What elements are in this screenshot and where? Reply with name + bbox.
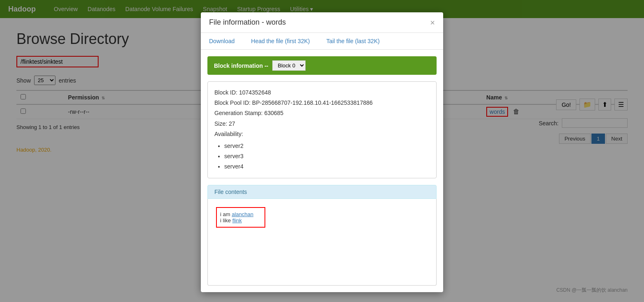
generation-stamp: Generation Stamp: 630685 — [214, 108, 430, 118]
head-file-link[interactable]: Head the file (first 32K) — [251, 38, 310, 44]
block-size: Size: 27 — [214, 119, 430, 129]
block-info-header: Block information -- Block 0 Block 1 — [207, 56, 437, 75]
block-details: Block ID: 1074352648 Block Pool ID: BP-2… — [207, 81, 437, 165]
availability-label: Availability: — [214, 129, 430, 139]
tail-file-link[interactable]: Tail the file (last 32K) — [326, 38, 380, 44]
modal-close-button[interactable]: × — [430, 18, 435, 27]
server-3: server4 — [224, 161, 430, 165]
modal-title: File information - words — [209, 18, 286, 27]
block-select[interactable]: Block 0 Block 1 — [272, 60, 306, 71]
block-id: Block ID: 1074352648 — [214, 88, 430, 98]
block-pool-id: Block Pool ID: BP-285668707-192.168.10.4… — [214, 98, 430, 108]
server-2: server3 — [224, 151, 430, 161]
modal-links: Download Head the file (first 32K) Tail … — [201, 33, 443, 50]
server-1: server2 — [224, 141, 430, 151]
modal-overlay: File information - words × Download Head… — [0, 0, 644, 165]
modal-header: File information - words × — [201, 12, 443, 33]
download-link[interactable]: Download — [209, 38, 235, 44]
block-info-label: Block information -- — [214, 62, 268, 69]
server-list: server2 server3 server4 — [224, 141, 430, 165]
modal: File information - words × Download Head… — [201, 12, 443, 165]
